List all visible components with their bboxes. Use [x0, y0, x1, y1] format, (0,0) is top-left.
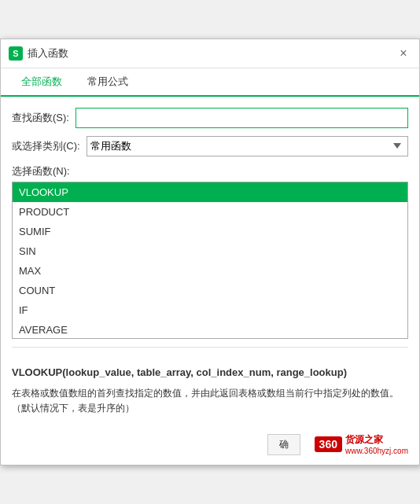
function-list-container[interactable]: VLOOKUP PRODUCT SUMIF SIN MAX COUNT IF A… — [12, 182, 408, 339]
footer-row: 确 360 货源之家 www.360hyzj.com — [1, 427, 419, 465]
app-icon: S — [9, 46, 23, 61]
dialog-title: 插入函数 — [28, 46, 68, 61]
title-bar: S 插入函数 × — [1, 39, 419, 68]
title-left: S 插入函数 — [9, 46, 68, 61]
search-row: 查找函数(S): — [12, 108, 408, 128]
category-label: 或选择类别(C): — [12, 139, 80, 153]
category-select[interactable]: 常用函数 全部 最近使用 文本 数学与三角函数 统计 — [87, 136, 408, 156]
func-item-product[interactable]: PRODUCT — [13, 202, 407, 222]
function-description: 在表格或数值数组的首列查找指定的数值，并由此返回表格或数组当前行中指定列处的数值… — [12, 386, 408, 416]
insert-function-dialog: S 插入函数 × 全部函数 常用公式 查找函数(S): 或选择类别(C): 常用… — [0, 39, 420, 466]
watermark-info: 货源之家 www.360hyzj.com — [345, 433, 408, 455]
watermark-badge: 360 — [315, 436, 342, 452]
func-item-vlookup[interactable]: VLOOKUP — [13, 182, 407, 202]
watermark-text: 货源之家 — [345, 433, 408, 447]
function-list-label: 选择函数(N): — [12, 164, 408, 178]
function-signature: VLOOKUP(lookup_value, table_array, col_i… — [12, 365, 408, 381]
search-input[interactable] — [76, 108, 408, 128]
tab-common-formulas[interactable]: 常用公式 — [75, 68, 141, 95]
func-item-sin[interactable]: SIN — [13, 241, 407, 261]
function-detail: VLOOKUP(lookup_value, table_array, col_i… — [12, 347, 408, 417]
confirm-button[interactable]: 确 — [267, 434, 300, 455]
close-button[interactable]: × — [396, 46, 411, 61]
tab-all-functions[interactable]: 全部函数 — [9, 68, 75, 97]
func-item-average[interactable]: AVERAGE — [13, 320, 407, 339]
function-list: VLOOKUP PRODUCT SUMIF SIN MAX COUNT IF A… — [13, 182, 407, 339]
tab-bar: 全部函数 常用公式 — [1, 68, 419, 97]
category-row: 或选择类别(C): 常用函数 全部 最近使用 文本 数学与三角函数 统计 — [12, 136, 408, 156]
func-item-count[interactable]: COUNT — [13, 281, 407, 300]
search-label: 查找函数(S): — [12, 111, 69, 125]
watermark: 360 货源之家 www.360hyzj.com — [315, 433, 408, 455]
func-item-sumif[interactable]: SUMIF — [13, 222, 407, 241]
dialog-content: 查找函数(S): 或选择类别(C): 常用函数 全部 最近使用 文本 数学与三角… — [1, 97, 419, 428]
func-item-if[interactable]: IF — [13, 300, 407, 320]
watermark-url: www.360hyzj.com — [345, 447, 408, 455]
func-item-max[interactable]: MAX — [13, 261, 407, 281]
